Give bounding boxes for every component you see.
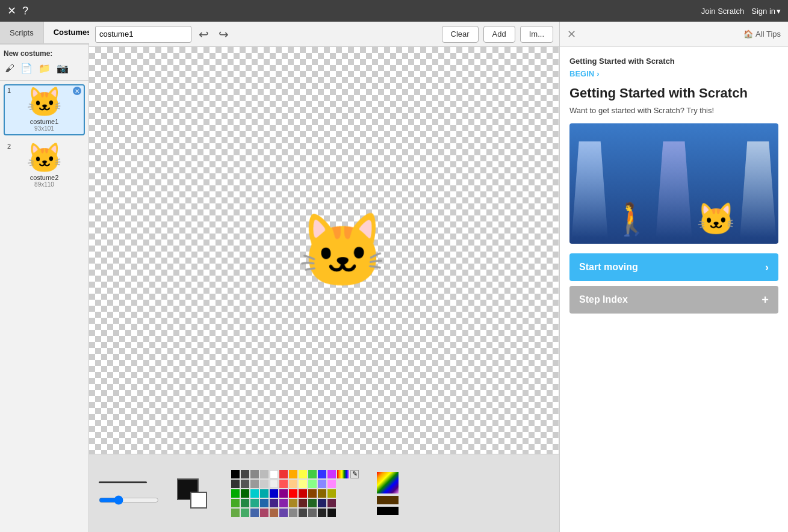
size-slider[interactable] (99, 495, 159, 505)
color-cell[interactable] (289, 499, 297, 507)
cat-figure: 🐱 (696, 201, 736, 238)
color-cell[interactable] (318, 499, 326, 507)
redo-button[interactable]: ↪ (216, 26, 231, 43)
costume-item[interactable]: 2 🐱 costume2 89x110 (4, 140, 85, 191)
color-cell[interactable] (241, 470, 249, 478)
color-cell[interactable] (260, 470, 268, 478)
secondary-color-swatch[interactable] (190, 492, 207, 509)
color-cell[interactable] (241, 489, 249, 498)
color-cell[interactable] (231, 489, 240, 498)
color-cell[interactable] (231, 470, 240, 478)
color-cell[interactable] (279, 480, 288, 488)
step-index-button[interactable]: Step Index + (569, 286, 778, 314)
color-cell[interactable] (279, 499, 288, 507)
color-cell[interactable] (308, 509, 317, 517)
eraser-tool[interactable]: ✎ (350, 470, 359, 478)
costume-2-preview: 🐱 (26, 144, 63, 173)
color-cell[interactable] (327, 509, 336, 517)
palette-row (231, 509, 359, 517)
person-figure: 🚶 (612, 201, 651, 238)
brush-preview (99, 481, 159, 505)
color-cell[interactable] (270, 470, 278, 478)
tips-panel: ✕ 🏠 All Tips Getting Started with Scratc… (559, 22, 788, 532)
color-cell[interactable] (260, 489, 268, 498)
color-cell-brown[interactable] (377, 496, 399, 504)
costume-name-input[interactable] (95, 26, 191, 43)
color-cell[interactable] (231, 480, 240, 488)
color-cell[interactable] (299, 509, 307, 517)
color-cell[interactable] (260, 480, 268, 488)
costume-item[interactable]: 1 ✕ 🐱 costume1 93x101 (4, 84, 85, 135)
color-cell[interactable] (299, 489, 307, 498)
start-moving-button[interactable]: Start moving › (569, 253, 778, 281)
color-cell[interactable] (250, 480, 259, 488)
paint-new-costume-button[interactable]: 🖌 (4, 62, 16, 75)
color-cell[interactable] (299, 470, 307, 478)
color-cell[interactable] (299, 480, 307, 488)
color-cell[interactable] (270, 489, 278, 498)
color-cell[interactable] (260, 509, 268, 517)
color-selector (177, 478, 207, 509)
color-cell[interactable] (318, 489, 326, 498)
color-cell[interactable] (279, 509, 288, 517)
delete-costume-1-button[interactable]: ✕ (73, 87, 81, 95)
color-cell[interactable] (270, 480, 278, 488)
color-cell[interactable] (327, 470, 336, 478)
color-cell[interactable] (250, 470, 259, 478)
color-cell[interactable] (250, 509, 259, 517)
palette-row (231, 499, 359, 507)
palette-row (231, 489, 359, 498)
color-cell[interactable] (289, 509, 297, 517)
color-cell[interactable] (327, 480, 336, 488)
color-cell[interactable] (318, 470, 326, 478)
color-cell[interactable] (279, 489, 288, 498)
tips-description: Want to get started with Scratch? Try th… (569, 106, 778, 115)
color-cell[interactable] (270, 499, 278, 507)
color-cell[interactable] (250, 499, 259, 507)
costume-2-size: 89x110 (34, 181, 54, 188)
color-cell[interactable] (270, 509, 278, 517)
clear-button[interactable]: Clear (442, 26, 479, 43)
join-scratch-link[interactable]: Join Scratch (701, 7, 745, 16)
color-cell[interactable] (241, 509, 249, 517)
canvas-area[interactable]: 🐱 (89, 47, 559, 454)
sign-in-link[interactable]: Sign in ▾ (751, 7, 781, 16)
camera-costume-button[interactable]: 📷 (55, 61, 70, 75)
color-cell[interactable] (308, 480, 317, 488)
color-cell[interactable] (327, 499, 336, 507)
add-button[interactable]: Add (483, 26, 515, 43)
undo-button[interactable]: ↩ (196, 26, 211, 43)
color-cell[interactable] (231, 499, 240, 507)
color-cell[interactable] (289, 470, 297, 478)
all-tips-link[interactable]: 🏠 All Tips (743, 29, 781, 39)
color-cell[interactable] (241, 480, 249, 488)
color-cell[interactable] (318, 480, 326, 488)
rainbow-color-large[interactable] (377, 472, 399, 493)
tab-scripts[interactable]: Scripts (0, 22, 44, 43)
color-cell[interactable] (241, 499, 249, 507)
color-cell[interactable] (299, 499, 307, 507)
tips-panel-title: Getting Started with Scratch (569, 57, 778, 66)
import-button[interactable]: Im... (520, 26, 553, 43)
color-cell[interactable] (260, 499, 268, 507)
color-cell[interactable] (289, 489, 297, 498)
costume-editor: ↩ ↪ Clear Add Im... 🐱 (89, 22, 559, 532)
color-cell[interactable] (279, 470, 288, 478)
color-cell[interactable] (308, 489, 317, 498)
color-cell[interactable] (250, 489, 259, 498)
color-cell[interactable] (327, 489, 336, 498)
stage-light-3 (740, 141, 776, 238)
help-icon[interactable]: ? (22, 5, 28, 17)
color-cell-black[interactable] (377, 507, 399, 515)
tips-heading: Getting Started with Scratch (569, 85, 778, 101)
color-cell[interactable] (231, 509, 240, 517)
color-cell[interactable] (308, 499, 317, 507)
rainbow-color-cell[interactable] (337, 470, 349, 478)
color-cell[interactable] (318, 509, 326, 517)
upload-costume-button[interactable]: 📁 (37, 61, 52, 75)
import-costume-button[interactable]: 📄 (19, 61, 34, 75)
tips-close-button[interactable]: ✕ (567, 28, 576, 41)
color-cell[interactable] (289, 480, 297, 488)
color-cell[interactable] (308, 470, 317, 478)
begin-link[interactable]: BEGIN › (569, 69, 778, 78)
